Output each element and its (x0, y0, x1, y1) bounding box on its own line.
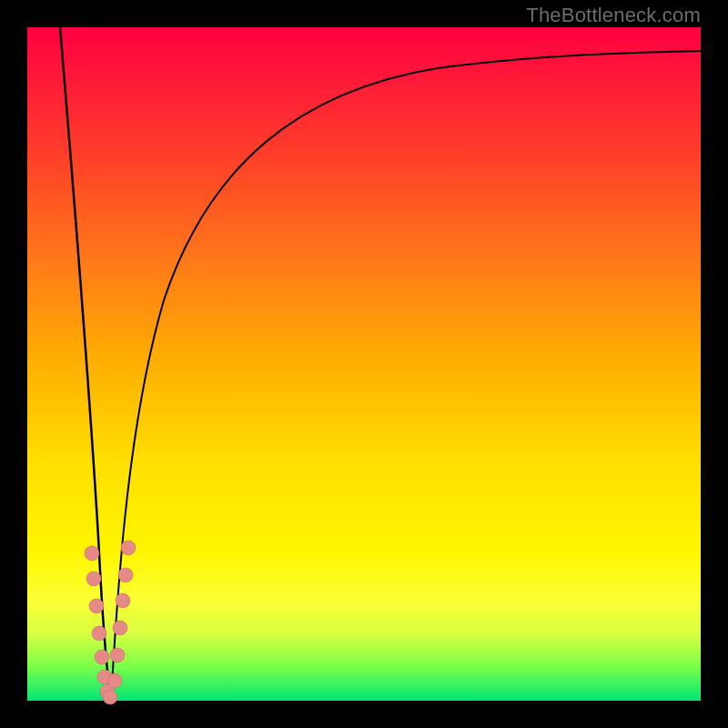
watermark-text: TheBottleneck.com (526, 4, 701, 27)
marker-dot (118, 568, 133, 582)
marker-dot (85, 546, 99, 561)
marker-dot (116, 593, 130, 608)
chart-svg (27, 27, 701, 701)
chart-frame: TheBottleneck.com (0, 0, 728, 728)
series-left-branch (60, 27, 111, 701)
marker-dot (110, 648, 125, 662)
plot-area (27, 27, 701, 701)
marker-dot (113, 621, 127, 635)
marker-dot (107, 673, 122, 688)
marker-dot (121, 541, 136, 555)
marker-group (85, 541, 136, 704)
marker-dot (92, 626, 106, 641)
series-right-branch (111, 51, 701, 701)
marker-dot (95, 650, 109, 664)
marker-dot (89, 599, 104, 613)
marker-dot (103, 690, 117, 704)
marker-dot (86, 571, 101, 586)
